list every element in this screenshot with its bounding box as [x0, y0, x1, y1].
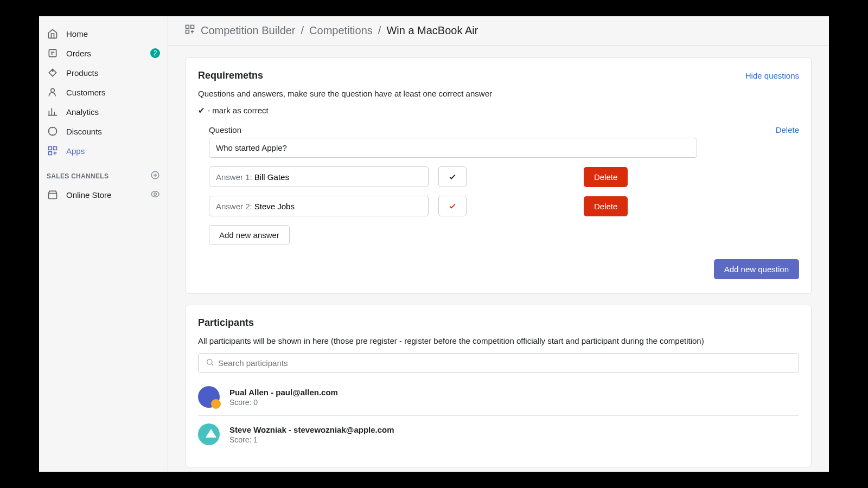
avatar [198, 386, 220, 408]
svg-point-8 [154, 192, 157, 195]
store-icon [47, 189, 59, 201]
breadcrumb: Competition Builder / Competitions / Win… [168, 16, 829, 46]
svg-rect-9 [186, 25, 189, 29]
hide-questions-link[interactable]: Hide questions [745, 71, 799, 80]
sales-channels-header: SALES CHANNELS [39, 160, 168, 185]
sidebar-item-home[interactable]: Home [39, 24, 168, 43]
main-content: Competition Builder / Competitions / Win… [168, 16, 829, 472]
participant-score: Score: 0 [229, 398, 338, 407]
add-answer-button[interactable]: Add new answer [209, 225, 290, 245]
mark-correct-note: ✔ - mark as correct [198, 106, 799, 115]
answer-2-input[interactable]: Answer 2: [209, 196, 429, 216]
participant-row[interactable]: Pual Allen - paul@allen.com Score: 0 [198, 378, 799, 416]
mark-correct-button[interactable] [438, 196, 467, 216]
requirements-title: Requiremetns [198, 70, 263, 81]
sidebar-item-label: Online Store [66, 190, 111, 200]
svg-rect-4 [49, 147, 52, 150]
participants-description: All participants will be shown in here (… [198, 336, 799, 345]
apps-icon [184, 24, 195, 37]
breadcrumb-sep: / [378, 24, 381, 37]
sidebar-item-orders[interactable]: Orders 2 [39, 43, 168, 63]
analytics-icon [47, 106, 59, 118]
svg-rect-11 [186, 30, 189, 34]
svg-point-12 [207, 359, 212, 364]
breadcrumb-current: Win a MacBook Air [386, 24, 478, 37]
participants-card: Participants All participants will be sh… [186, 305, 812, 467]
svg-rect-5 [54, 147, 57, 150]
breadcrumb-sep: / [301, 24, 304, 37]
requirements-card: Requiremetns Hide questions Questions an… [186, 57, 812, 294]
svg-rect-10 [191, 25, 194, 29]
sidebar-item-customers[interactable]: Customers [39, 82, 168, 102]
sidebar-item-label: Customers [66, 88, 106, 97]
sidebar-item-discounts[interactable]: Discounts [39, 121, 168, 141]
participant-score: Score: 1 [229, 435, 394, 444]
sidebar-item-label: Orders [66, 49, 91, 58]
sidebar-item-label: Discounts [66, 127, 102, 136]
participants-title: Participants [198, 317, 799, 329]
mark-correct-button[interactable] [438, 166, 467, 187]
sidebar-item-label: Home [66, 29, 88, 38]
sidebar-item-label: Apps [66, 146, 85, 156]
sidebar-item-products[interactable]: Products [39, 63, 168, 82]
products-icon [47, 67, 59, 79]
orders-icon [47, 47, 59, 59]
sidebar-item-online-store[interactable]: Online Store [39, 185, 168, 204]
eye-icon[interactable] [150, 189, 160, 201]
add-channel-icon[interactable] [150, 170, 160, 182]
question-input[interactable] [209, 138, 697, 158]
breadcrumb-link-builder[interactable]: Competition Builder [201, 24, 296, 37]
svg-rect-0 [49, 49, 56, 56]
orders-badge: 2 [150, 48, 160, 58]
question-label: Question [209, 125, 241, 134]
search-participants-input[interactable] [198, 353, 799, 373]
home-icon [47, 28, 59, 40]
requirements-description: Questions and answers, make sure the que… [198, 89, 799, 98]
delete-answer-button[interactable]: Delete [584, 196, 628, 216]
participant-name: Pual Allen - paul@allen.com [229, 388, 338, 397]
sidebar-item-label: Analytics [66, 107, 99, 117]
add-question-button[interactable]: Add new question [714, 259, 799, 279]
answer-prefix: Answer 2: [216, 202, 252, 211]
answer-prefix: Answer 1: [216, 172, 252, 182]
search-icon [206, 358, 214, 369]
svg-point-3 [49, 127, 57, 136]
customers-icon [47, 86, 59, 98]
sidebar: Home Orders 2 Products Customers Analy [39, 16, 168, 472]
sidebar-item-analytics[interactable]: Analytics [39, 102, 168, 121]
answer-1-input[interactable]: Answer 1: [209, 166, 429, 187]
delete-question-link[interactable]: Delete [776, 125, 799, 134]
apps-icon [47, 145, 59, 157]
avatar [198, 423, 220, 445]
sidebar-item-apps[interactable]: Apps [39, 141, 168, 160]
sidebar-item-label: Products [66, 68, 98, 78]
svg-point-2 [51, 88, 55, 92]
participant-row[interactable]: Steve Wozniak - stevewozniak@apple.com S… [198, 416, 799, 453]
breadcrumb-link-competitions[interactable]: Competitions [309, 24, 373, 37]
delete-answer-button[interactable]: Delete [584, 167, 628, 187]
svg-rect-6 [49, 152, 52, 155]
participant-name: Steve Wozniak - stevewozniak@apple.com [229, 425, 394, 434]
svg-point-1 [52, 70, 53, 72]
discounts-icon [47, 125, 59, 137]
